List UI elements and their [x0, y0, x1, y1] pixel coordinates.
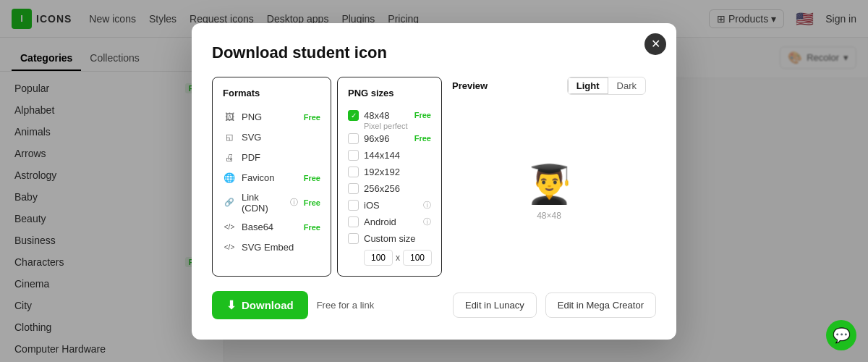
info-icon: ⓘ: [290, 197, 298, 208]
checkbox-144[interactable]: [348, 150, 359, 161]
preview-panel: Preview Light Dark 👨‍🎓 48×48: [442, 77, 656, 277]
format-free-badge: Free: [304, 198, 320, 207]
svg-embed-icon: </>: [223, 241, 236, 254]
size-label: 192x192: [364, 167, 431, 177]
chat-bubble[interactable]: 💬: [826, 320, 856, 350]
download-button[interactable]: ⬇ Download: [212, 291, 308, 319]
modal-footer: ⬇ Download Free for a link Edit in Lunac…: [212, 291, 656, 319]
size-label: Custom size: [364, 233, 431, 244]
checkbox-192[interactable]: [348, 167, 359, 177]
download-icon: ⬇: [226, 298, 236, 312]
formats-panel: Formats 🖼 PNG Free ◱ SVG 🖨 PDF 🌐 Favicon: [212, 77, 331, 277]
format-favicon[interactable]: 🌐 Favicon Free: [223, 168, 320, 188]
format-name: Favicon: [242, 172, 298, 183]
modal-title: Download student icon: [212, 43, 656, 62]
preview-student-icon: 👨‍🎓: [526, 162, 573, 206]
info-icon: ⓘ: [423, 200, 431, 211]
checkbox-ios[interactable]: [348, 200, 359, 211]
format-free-badge: Free: [304, 223, 320, 232]
custom-input-row: x: [348, 250, 431, 266]
checkbox-96[interactable]: [348, 133, 359, 144]
modal-body: Formats 🖼 PNG Free ◱ SVG 🖨 PDF 🌐 Favicon: [212, 77, 656, 277]
checkbox-custom[interactable]: [348, 233, 359, 244]
size-label: 96x96: [364, 133, 409, 144]
preview-header: Preview Light Dark: [452, 77, 646, 95]
size-label: Android: [364, 216, 418, 227]
light-toggle-button[interactable]: Light: [568, 77, 608, 94]
checkbox-android[interactable]: [348, 216, 359, 227]
format-name: PDF: [242, 152, 320, 163]
size-free-badge: Free: [414, 134, 431, 143]
pdf-icon: 🖨: [223, 151, 236, 164]
size-label: 144x144: [364, 150, 431, 161]
preview-area: 👨‍🎓 48×48: [452, 106, 646, 277]
dark-toggle-button[interactable]: Dark: [608, 77, 645, 94]
download-label: Download: [242, 299, 294, 311]
modal-overlay: Download student icon ✕ Formats 🖼 PNG Fr…: [0, 0, 868, 362]
favicon-icon: 🌐: [223, 172, 236, 185]
size-144[interactable]: 144x144: [348, 147, 431, 164]
size-192[interactable]: 192x192: [348, 164, 431, 180]
size-ios[interactable]: iOS ⓘ: [348, 197, 431, 214]
format-name: PNG: [242, 111, 298, 122]
custom-width-input[interactable]: [364, 250, 393, 266]
checkbox-48[interactable]: ✓: [348, 110, 359, 121]
format-base64[interactable]: </> Base64 Free: [223, 217, 320, 237]
sizes-panel: PNG sizes ✓ 48x48 Free Pixel perfect 96x…: [337, 77, 442, 277]
edit-lunacy-button[interactable]: Edit in Lunacy: [453, 292, 537, 318]
format-name: Link (CDN): [242, 192, 284, 214]
light-dark-toggle: Light Dark: [567, 77, 646, 95]
format-name: SVG: [242, 132, 320, 143]
size-free-badge: Free: [414, 111, 431, 119]
format-svg-embed[interactable]: </> SVG Embed: [223, 237, 320, 258]
format-link-cdn[interactable]: 🔗 Link (CDN) ⓘ Free: [223, 188, 320, 217]
preview-size-label: 48×48: [537, 211, 561, 221]
format-png[interactable]: 🖼 PNG Free: [223, 107, 320, 127]
checkbox-256[interactable]: [348, 183, 359, 194]
modal: Download student icon ✕ Formats 🖼 PNG Fr…: [192, 23, 676, 340]
formats-panel-title: Formats: [223, 88, 320, 98]
size-label: iOS: [364, 200, 418, 211]
format-name: SVG Embed: [242, 242, 320, 253]
format-pdf[interactable]: 🖨 PDF: [223, 148, 320, 168]
pixel-perfect-label: Pixel perfect: [348, 122, 431, 130]
format-svg[interactable]: ◱ SVG: [223, 127, 320, 148]
format-free-badge: Free: [304, 113, 320, 122]
format-name: Base64: [242, 222, 298, 232]
svg-icon: ◱: [223, 131, 236, 144]
sizes-panel-title: PNG sizes: [348, 88, 431, 98]
base64-icon: </>: [223, 221, 236, 234]
size-label: 48x48: [364, 110, 409, 121]
info-icon: ⓘ: [423, 216, 431, 227]
size-custom[interactable]: Custom size: [348, 230, 431, 247]
custom-x-separator: x: [396, 253, 400, 263]
link-icon: 🔗: [223, 196, 236, 209]
custom-height-input[interactable]: [403, 250, 432, 266]
format-free-badge: Free: [304, 174, 320, 182]
preview-label: Preview: [452, 80, 567, 91]
close-button[interactable]: ✕: [644, 33, 666, 55]
size-label: 256x256: [364, 183, 431, 194]
edit-mega-creator-button[interactable]: Edit in Mega Creator: [545, 292, 656, 318]
image-icon: 🖼: [223, 111, 236, 124]
free-link-label: Free for a link: [317, 300, 374, 311]
size-96[interactable]: 96x96 Free: [348, 130, 431, 147]
size-android[interactable]: Android ⓘ: [348, 214, 431, 230]
size-256[interactable]: 256x256: [348, 180, 431, 197]
